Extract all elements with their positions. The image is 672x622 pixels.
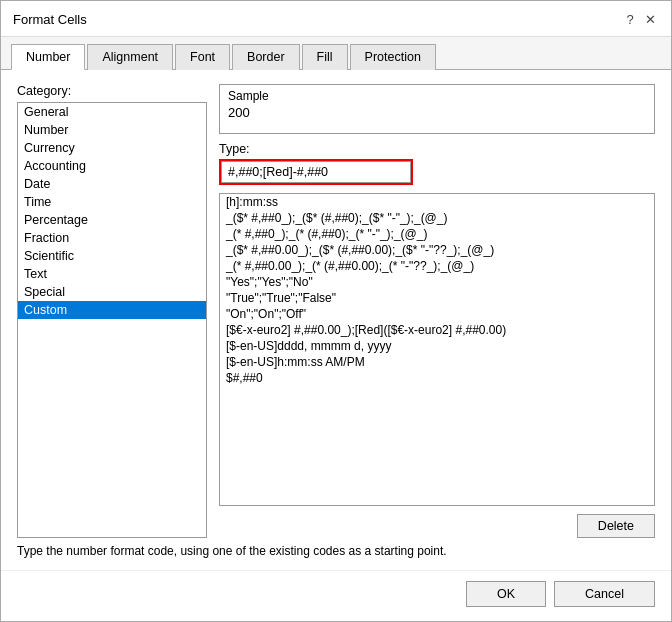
footer: OK Cancel	[1, 570, 671, 621]
category-item-date[interactable]: Date	[18, 175, 206, 193]
format-item-1[interactable]: _($* #,##0_);_($* (#,##0);_($* "-"_);_(@…	[220, 210, 654, 226]
content-area: Category: GeneralNumberCurrencyAccountin…	[1, 70, 671, 570]
format-item-5[interactable]: "Yes";"Yes";"No"	[220, 274, 654, 290]
category-item-general[interactable]: General	[18, 103, 206, 121]
category-item-accounting[interactable]: Accounting	[18, 157, 206, 175]
format-cells-dialog: Format Cells ? ✕ NumberAlignmentFontBord…	[0, 0, 672, 622]
tab-alignment[interactable]: Alignment	[87, 44, 173, 70]
format-item-2[interactable]: _(* #,##0_);_(* (#,##0);_(* "-"_);_(@_)	[220, 226, 654, 242]
tab-protection[interactable]: Protection	[350, 44, 436, 70]
format-item-3[interactable]: _($* #,##0.00_);_($* (#,##0.00);_($* "-"…	[220, 242, 654, 258]
format-item-9[interactable]: [$-en-US]dddd, mmmm d, yyyy	[220, 338, 654, 354]
right-section: Sample 200 Type: [h]:mm:ss_($* #,##0_);_…	[219, 84, 655, 538]
tab-font[interactable]: Font	[175, 44, 230, 70]
format-item-7[interactable]: "On";"On";"Off"	[220, 306, 654, 322]
tab-number[interactable]: Number	[11, 44, 85, 70]
title-bar: Format Cells ? ✕	[1, 1, 671, 37]
dialog-title: Format Cells	[13, 12, 87, 27]
delete-row: Delete	[219, 514, 655, 538]
tab-bar: NumberAlignmentFontBorderFillProtection	[1, 37, 671, 70]
category-item-special[interactable]: Special	[18, 283, 206, 301]
type-label: Type:	[219, 142, 655, 156]
category-item-number[interactable]: Number	[18, 121, 206, 139]
sample-value: 200	[228, 105, 646, 120]
category-item-currency[interactable]: Currency	[18, 139, 206, 157]
format-list[interactable]: [h]:mm:ss_($* #,##0_);_($* (#,##0);_($* …	[219, 193, 655, 506]
category-section: Category: GeneralNumberCurrencyAccountin…	[17, 84, 207, 538]
delete-button[interactable]: Delete	[577, 514, 655, 538]
category-item-fraction[interactable]: Fraction	[18, 229, 206, 247]
sample-box: Sample 200	[219, 84, 655, 134]
type-input-wrapper	[219, 159, 413, 185]
category-label: Category:	[17, 84, 207, 98]
format-item-10[interactable]: [$-en-US]h:mm:ss AM/PM	[220, 354, 654, 370]
type-section: Type:	[219, 142, 655, 185]
tab-border[interactable]: Border	[232, 44, 300, 70]
category-item-custom[interactable]: Custom	[18, 301, 206, 319]
format-item-0[interactable]: [h]:mm:ss	[220, 194, 654, 210]
type-input[interactable]	[221, 161, 411, 183]
tab-fill[interactable]: Fill	[302, 44, 348, 70]
main-row: Category: GeneralNumberCurrencyAccountin…	[17, 84, 655, 538]
format-item-11[interactable]: $#,##0	[220, 370, 654, 386]
title-controls: ? ✕	[621, 11, 659, 29]
cancel-button[interactable]: Cancel	[554, 581, 655, 607]
format-item-6[interactable]: "True";"True";"False"	[220, 290, 654, 306]
category-list-container: GeneralNumberCurrencyAccountingDateTimeP…	[17, 102, 207, 538]
category-item-time[interactable]: Time	[18, 193, 206, 211]
category-item-percentage[interactable]: Percentage	[18, 211, 206, 229]
category-item-scientific[interactable]: Scientific	[18, 247, 206, 265]
info-text: Type the number format code, using one o…	[17, 544, 655, 558]
format-item-8[interactable]: [$€-x-euro2] #,##0.00_);[Red]([$€-x-euro…	[220, 322, 654, 338]
close-button[interactable]: ✕	[641, 11, 659, 29]
help-button[interactable]: ?	[621, 11, 639, 29]
format-item-4[interactable]: _(* #,##0.00_);_(* (#,##0.00);_(* "-"??_…	[220, 258, 654, 274]
category-list[interactable]: GeneralNumberCurrencyAccountingDateTimeP…	[18, 103, 206, 443]
category-item-text[interactable]: Text	[18, 265, 206, 283]
ok-button[interactable]: OK	[466, 581, 546, 607]
sample-label: Sample	[228, 89, 646, 103]
